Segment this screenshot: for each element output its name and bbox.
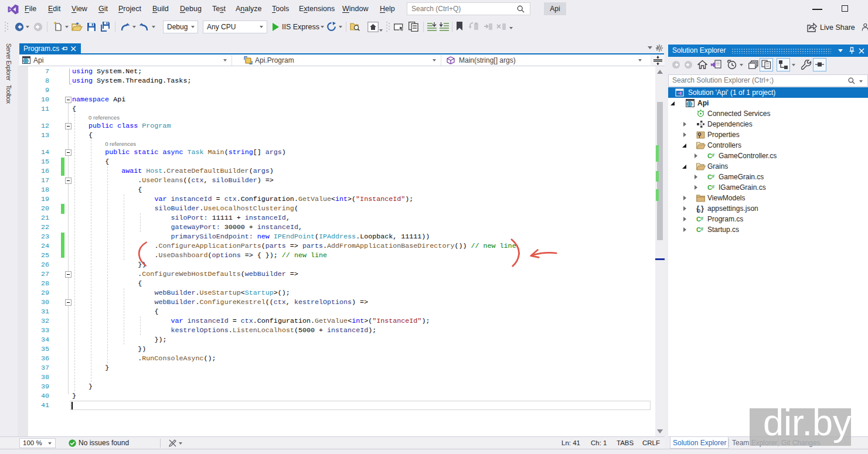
svg-text:{: { (696, 204, 699, 213)
svg-text:#: # (701, 216, 704, 221)
svg-text:#: # (712, 173, 715, 179)
svg-text:#: # (701, 226, 704, 232)
svg-text:#: # (712, 152, 715, 158)
svg-text:}: } (701, 204, 704, 213)
svg-text:#: # (712, 184, 715, 190)
